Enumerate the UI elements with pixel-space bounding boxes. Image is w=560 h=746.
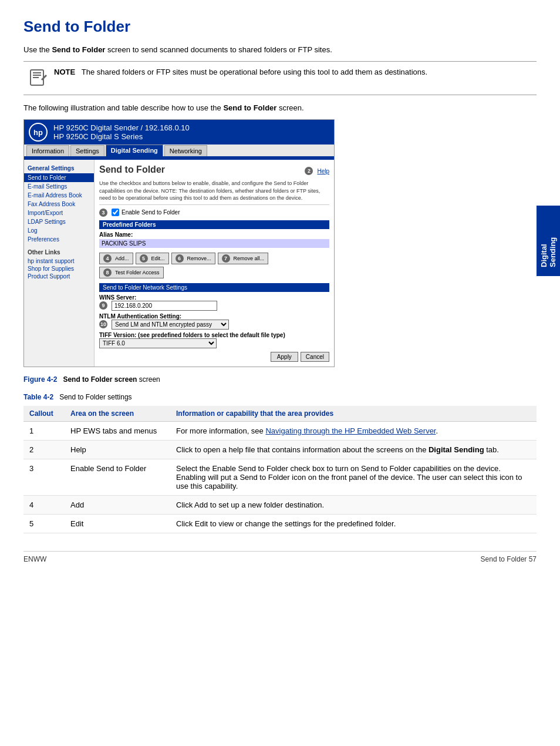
test-folder-access-button[interactable]: 8 Test Folder Access xyxy=(99,267,164,278)
callout-2-badge: 2 xyxy=(305,167,313,175)
sidebar-item-send-to-folder[interactable]: Send to Folder xyxy=(24,173,94,182)
figure-caption: Figure 4-2 Send to Folder screen screen xyxy=(23,375,537,384)
table-header: Callout Area on the screen Information o… xyxy=(23,406,537,422)
table-label: Table 4-2 xyxy=(23,393,53,401)
wins-server-row: WINS Server: 9 xyxy=(99,294,329,311)
sidebar-general-header: General Settings xyxy=(24,163,94,173)
panel-title: Send to Folder xyxy=(99,164,165,175)
ntlm-select[interactable]: Send LM and NTLM encrypted passy xyxy=(112,320,229,330)
add-button-label: Add... xyxy=(115,256,129,261)
wins-server-input[interactable] xyxy=(112,301,217,311)
area-cell: Help xyxy=(65,440,170,459)
hp-device-name: HP 9250C Digital S Series xyxy=(53,132,190,141)
sidebar-item-ldap-settings[interactable]: LDAP Settings xyxy=(24,217,94,226)
tab-digital-sending[interactable]: Digital Sending xyxy=(106,145,163,156)
remove-all-button-label: Remove all... xyxy=(234,256,265,261)
alias-name-label: Alias Name: xyxy=(99,231,329,238)
sidebar-item-email-settings[interactable]: E-mail Settings xyxy=(24,182,94,191)
test-folder-button-label: Test Folder Access xyxy=(115,270,160,275)
tab-networking[interactable]: Networking xyxy=(164,145,207,156)
callout-5-badge: 5 xyxy=(140,254,148,263)
col-area: Area on the screen xyxy=(65,406,170,422)
right-panel: Send to Folder 2 Help Use the checkbox a… xyxy=(95,160,334,367)
screenshot-simulation: hp HP 9250C Digital Sender / 192.168.0.1… xyxy=(23,119,335,367)
sidebar-item-log[interactable]: Log xyxy=(24,226,94,235)
hp-header: hp HP 9250C Digital Sender / 192.168.0.1… xyxy=(24,120,334,145)
col-callout: Callout xyxy=(23,406,65,422)
area-cell: HP EWS tabs and menus xyxy=(65,421,170,440)
edit-button[interactable]: 5 Edit... xyxy=(136,253,169,264)
note-text: NOTE The shared folders or FTP sites mus… xyxy=(54,66,427,78)
cancel-button[interactable]: Cancel xyxy=(301,352,329,362)
remove-all-button[interactable]: 7 Remove all... xyxy=(218,253,269,264)
sidebar-link-product-support[interactable]: Product Support xyxy=(24,273,94,280)
tab-bar: Information Settings Digital Sending Net… xyxy=(24,145,334,157)
callout-7-badge: 7 xyxy=(222,254,230,263)
network-settings-header: Send to Folder Network Settings xyxy=(99,283,329,292)
second-intro-paragraph: The following illustration and table des… xyxy=(23,103,537,112)
callout-6-badge: 6 xyxy=(176,254,184,263)
enable-label: Enable Send to Folder xyxy=(122,209,180,216)
tab-information[interactable]: Information xyxy=(26,145,69,156)
page-footer: ENWW Send to Folder 57 xyxy=(23,551,537,563)
table-body: 1 HP EWS tabs and menus For more informa… xyxy=(23,421,537,533)
edit-button-label: Edit... xyxy=(151,256,165,261)
ntlm-auth-label: NTLM Authentication Setting: xyxy=(99,313,329,320)
footer-right: Send to Folder 57 xyxy=(481,555,537,563)
area-cell: Enable Send to Folder xyxy=(65,459,170,495)
callout-9-badge: 9 xyxy=(99,301,107,310)
hp-logo: hp xyxy=(29,123,48,142)
main-content: General Settings Send to Folder E-mail S… xyxy=(24,160,334,367)
ntlm-row: NTLM Authentication Setting: 10 Send LM … xyxy=(99,313,329,330)
apply-button[interactable]: Apply xyxy=(271,352,298,362)
sidebar-item-fax-address-book[interactable]: Fax Address Book xyxy=(24,200,94,209)
enable-row: 3 Enable Send to Folder xyxy=(99,209,329,217)
svg-rect-3 xyxy=(33,77,39,78)
figure-text: Send to Folder screen xyxy=(63,375,137,384)
figure-label: Figure 4-2 xyxy=(23,375,57,384)
ews-link[interactable]: Navigating through the HP Embedded Web S… xyxy=(265,426,436,435)
svg-rect-1 xyxy=(33,72,41,73)
page-title: Send to Folder xyxy=(23,18,537,36)
info-cell: For more information, see Navigating thr… xyxy=(170,421,537,440)
callout-10-badge: 10 xyxy=(99,320,107,328)
table-caption-text: Send to Folder settings xyxy=(59,393,131,401)
tab-settings[interactable]: Settings xyxy=(70,145,104,156)
tiff-row: TIFF Version: (see predefined folders to… xyxy=(99,332,329,348)
callout-cell: 4 xyxy=(23,495,65,514)
sidebar-item-import-export[interactable]: Import/Export xyxy=(24,209,94,217)
sidebar-item-preferences[interactable]: Preferences xyxy=(24,235,94,244)
wins-server-label: WINS Server: xyxy=(99,294,329,301)
intro-paragraph: Use the Send to Folder screen to send sc… xyxy=(23,45,537,54)
callout-4-badge: 4 xyxy=(103,254,112,263)
area-cell: Add xyxy=(65,495,170,514)
sidebar-link-hp-instant-support[interactable]: hp instant support xyxy=(24,257,94,265)
callout-cell: 2 xyxy=(23,440,65,459)
footer-left: ENWW xyxy=(23,555,46,563)
table-row: 2 Help Click to open a help file that co… xyxy=(23,440,537,459)
info-cell: Click Add to set up a new folder destina… xyxy=(170,495,537,514)
help-link[interactable]: Help xyxy=(317,168,329,174)
add-button[interactable]: 4 Add... xyxy=(99,253,133,264)
info-cell: Click Edit to view or change the setting… xyxy=(170,514,537,533)
sidebar-item-email-address-book[interactable]: E-mail Address Book xyxy=(24,191,94,200)
table-row: 4 Add Click Add to set up a new folder d… xyxy=(23,495,537,514)
enable-send-to-folder-checkbox[interactable] xyxy=(112,209,119,216)
callout-8-badge: 8 xyxy=(103,268,112,277)
callout-cell: 3 xyxy=(23,459,65,495)
svg-rect-2 xyxy=(33,75,41,76)
predefined-folders-header: Predefined Folders xyxy=(99,220,329,229)
note-box: NOTE The shared folders or FTP sites mus… xyxy=(23,61,537,95)
tiff-select[interactable]: TIFF 6.0 xyxy=(99,338,217,348)
note-icon xyxy=(29,68,48,90)
sidebar-other-links-header: Other Links xyxy=(24,247,94,257)
area-cell: Edit xyxy=(65,514,170,533)
sidebar-link-shop-supplies[interactable]: Shop for Supplies xyxy=(24,265,94,273)
callout-cell: 5 xyxy=(23,514,65,533)
table-row: 5 Edit Click Edit to view or change the … xyxy=(23,514,537,533)
table-title: Table 4-2 Send to Folder settings xyxy=(23,393,537,401)
remove-button[interactable]: 6 Remove... xyxy=(171,253,215,264)
info-cell: Click to open a help file that contains … xyxy=(170,440,537,459)
info-cell: Select the Enable Send to Folder check b… xyxy=(170,459,537,495)
alias-value: PACKING SLIPS xyxy=(99,239,329,248)
